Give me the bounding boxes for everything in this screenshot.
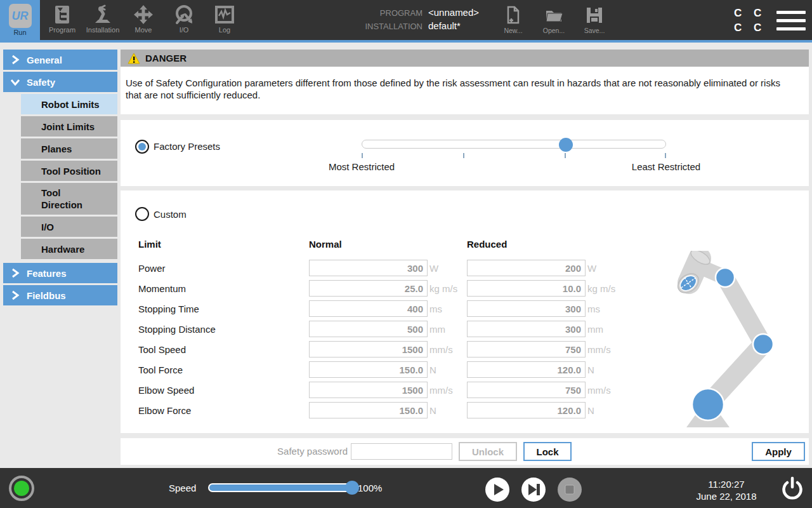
restriction-slider-track[interactable]: [362, 140, 666, 149]
stop-button[interactable]: [558, 478, 582, 502]
stopping-distance-reduced-input[interactable]: [467, 321, 586, 337]
program-label: PROGRAM: [362, 7, 422, 18]
sidebar-item-features[interactable]: Features: [3, 263, 117, 283]
table-row-tool-speed: Tool Speed mm/s mm/s: [138, 339, 662, 359]
save-button[interactable]: Save...: [574, 0, 615, 40]
run-tab-label: Run: [13, 29, 26, 36]
robot-arm-illustration: [672, 251, 790, 430]
custom-radio[interactable]: [135, 207, 149, 221]
factory-presets-radio[interactable]: [135, 140, 149, 154]
sidebar-item-io[interactable]: I/O: [21, 217, 117, 237]
power-icon[interactable]: [779, 476, 806, 503]
elbow-force-normal-input[interactable]: [309, 402, 428, 418]
tab-log[interactable]: Log: [204, 0, 245, 40]
clock-time: 11:20:27: [688, 478, 764, 490]
sidebar-item-fieldbus[interactable]: Fieldbus: [3, 285, 117, 305]
danger-panel: DANGER Use of Safety Configuration param…: [121, 50, 809, 114]
restriction-slider: Most Restricted Least Restricted: [362, 140, 666, 149]
robot-limits-label: Robot Limits: [41, 99, 100, 110]
momentum-reduced-input[interactable]: [467, 280, 586, 297]
power-normal-input[interactable]: [309, 260, 428, 276]
elbow-force-reduced-input[interactable]: [467, 402, 586, 418]
limit-name: Elbow Speed: [138, 385, 309, 396]
clock: 11:20:27 June 22, 2018: [688, 478, 764, 502]
open-button[interactable]: Open...: [534, 0, 574, 40]
safety-password-input[interactable]: [351, 443, 452, 460]
speed-label: Speed: [169, 483, 196, 493]
restriction-slider-knob[interactable]: [559, 138, 573, 152]
sidebar-item-general[interactable]: General: [3, 50, 117, 70]
radio-selected-dot: [138, 143, 146, 150]
unlock-button[interactable]: Unlock: [459, 442, 517, 461]
slider-tick: [565, 153, 566, 158]
limit-name: Stopping Time: [138, 304, 309, 314]
step-button[interactable]: [521, 478, 546, 502]
unit-label: W: [428, 263, 467, 274]
installation-name: default*: [428, 20, 461, 31]
cc-row-1: C C: [734, 6, 766, 20]
tab-move[interactable]: Move: [123, 0, 164, 40]
limit-name: Stopping Distance: [138, 324, 309, 335]
chevron-right-icon: [10, 268, 20, 278]
joint-limits-label: Joint Limits: [41, 121, 95, 132]
top-bar: UR Run Program Installation Move: [0, 0, 812, 40]
header-reduced: Reduced: [467, 239, 586, 258]
tool-position-label: Tool Position: [41, 166, 101, 177]
log-icon: [214, 4, 235, 25]
lock-button[interactable]: Lock: [523, 442, 572, 461]
unit-label: kg m/s: [586, 283, 662, 294]
chevron-right-icon: [10, 55, 20, 65]
tab-run[interactable]: UR Run: [0, 0, 40, 40]
sidebar-item-tool-direction[interactable]: Tool Direction: [21, 183, 117, 215]
stopping-distance-normal-input[interactable]: [309, 321, 428, 337]
status-light[interactable]: [9, 476, 34, 501]
stopping-time-reduced-input[interactable]: [467, 300, 586, 317]
custom-panel: Custom Limit Normal Reduced Power W W: [121, 190, 809, 433]
table-row-stopping-time: Stopping Time ms ms: [138, 298, 662, 319]
sidebar-item-hardware[interactable]: Hardware: [21, 239, 117, 259]
momentum-normal-input[interactable]: [309, 280, 428, 297]
hamburger-menu-icon[interactable]: [776, 11, 806, 36]
unit-label: N: [428, 364, 467, 375]
sidebar-item-tool-position[interactable]: Tool Position: [21, 161, 117, 181]
sidebar-item-safety[interactable]: Safety: [3, 72, 117, 92]
tab-log-label: Log: [219, 26, 230, 34]
program-name: <unnamed>: [428, 7, 479, 18]
sidebar-item-joint-limits[interactable]: Joint Limits: [21, 116, 117, 137]
unit-label: ms: [586, 304, 662, 314]
play-button[interactable]: [485, 478, 509, 502]
chevron-right-icon: [10, 290, 20, 300]
stopping-time-normal-input[interactable]: [309, 300, 428, 317]
elbow-speed-normal-input[interactable]: [309, 382, 428, 398]
tab-program[interactable]: Program: [42, 0, 82, 40]
speed-slider[interactable]: [208, 483, 354, 492]
elbow-speed-reduced-input[interactable]: [467, 382, 586, 398]
limit-name: Tool Force: [138, 364, 309, 375]
file-info: PROGRAM <unnamed> INSTALLATION default*: [362, 7, 479, 34]
sidebar-item-planes[interactable]: Planes: [21, 138, 117, 159]
sidebar-item-robot-limits[interactable]: Robot Limits: [21, 94, 117, 114]
tool-direction-label: Tool Direction: [41, 187, 89, 211]
installation-label: INSTALLATION: [362, 20, 422, 31]
tool-force-reduced-input[interactable]: [467, 361, 586, 378]
status-light-green: [14, 481, 29, 496]
new-button[interactable]: New...: [493, 0, 534, 40]
speed-slider-knob[interactable]: [345, 481, 359, 495]
tool-speed-normal-input[interactable]: [309, 341, 428, 358]
new-button-label: New...: [504, 27, 522, 34]
tool-force-normal-input[interactable]: [309, 361, 428, 378]
tab-io[interactable]: I/O: [164, 0, 204, 40]
warning-icon: [128, 53, 140, 64]
table-row-elbow-force: Elbow Force N N: [138, 400, 662, 420]
tab-installation[interactable]: Installation: [82, 0, 123, 40]
power-reduced-input[interactable]: [467, 260, 586, 276]
unit-label: mm/s: [586, 344, 662, 355]
tool-speed-reduced-input[interactable]: [467, 341, 586, 358]
speed-slider-fill: [209, 485, 350, 491]
apply-button[interactable]: Apply: [752, 442, 805, 461]
sidebar: General Safety Robot Limits Joint Limits…: [0, 43, 121, 468]
custom-label: Custom: [154, 209, 187, 220]
main-content: DANGER Use of Safety Configuration param…: [121, 43, 809, 468]
tab-program-label: Program: [49, 26, 75, 34]
io-icon: [174, 4, 194, 25]
